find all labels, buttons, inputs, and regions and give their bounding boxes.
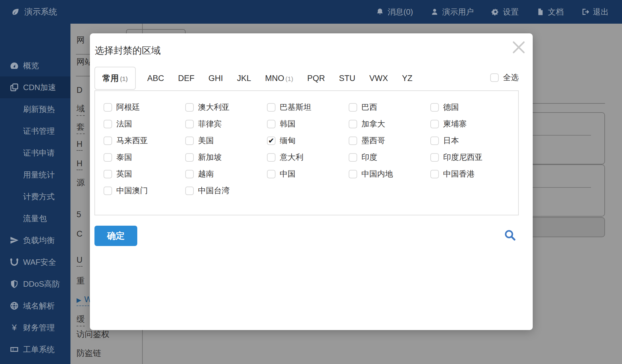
tab-ABC[interactable]: ABC — [147, 74, 164, 83]
region-option-墨西哥[interactable]: 墨西哥 — [349, 132, 430, 149]
sidebar-item-证书申请[interactable]: 证书申请 — [0, 142, 70, 164]
sidebar-item-计费方式[interactable]: 计费方式 — [0, 186, 70, 207]
letter-tabs: 常用(1)ABCDEFGHIJKLMNO(1)PQRSTUVWXYZ — [94, 67, 528, 90]
region-label: 英国 — [116, 169, 132, 179]
region-checkbox[interactable] — [104, 103, 112, 112]
region-option-中国[interactable]: 中国 — [267, 166, 349, 182]
region-checkbox[interactable] — [104, 170, 112, 178]
ticket-icon — [10, 345, 19, 354]
sidebar-item-WAF安全[interactable]: WAF安全 — [0, 251, 70, 273]
topbar-item-messages[interactable]: 消息(0) — [376, 7, 413, 17]
region-checkbox[interactable] — [104, 136, 112, 145]
tab-PQR[interactable]: PQR — [307, 74, 325, 83]
region-label: 印度尼西亚 — [443, 152, 483, 163]
tab-MNO[interactable]: MNO(1) — [265, 74, 293, 83]
sidebar-item-DDoS高防[interactable]: DDoS高防 — [0, 273, 70, 295]
region-checkbox[interactable] — [185, 120, 194, 128]
search-button[interactable] — [504, 229, 517, 242]
region-checkbox[interactable] — [104, 120, 112, 128]
sidebar-item-概览[interactable]: 概览 — [0, 55, 70, 76]
region-option-加拿大[interactable]: 加拿大 — [349, 116, 430, 132]
tab-DEF[interactable]: DEF — [178, 74, 194, 83]
region-label: 韩国 — [280, 119, 296, 129]
region-checkbox[interactable] — [185, 136, 194, 145]
region-checkbox[interactable] — [185, 170, 194, 178]
region-checkbox[interactable] — [349, 170, 357, 178]
region-option-韩国[interactable]: 韩国 — [267, 116, 349, 132]
close-button[interactable] — [509, 38, 528, 57]
tab-label: GHI — [208, 74, 223, 83]
sidebar-item-刷新预热[interactable]: 刷新预热 — [0, 98, 70, 120]
region-label: 马来西亚 — [116, 135, 148, 146]
topbar-item-profile[interactable]: 演示用户 — [431, 7, 474, 17]
select-all-toggle[interactable]: 全选 — [490, 72, 519, 83]
region-option-美国[interactable]: 美国 — [185, 132, 267, 149]
region-option-德国[interactable]: 德国 — [430, 99, 512, 116]
sidebar-item-财务管理[interactable]: ¥财务管理 — [0, 317, 70, 339]
region-option-柬埔寨[interactable]: 柬埔寨 — [430, 116, 512, 132]
region-checkbox[interactable] — [104, 187, 112, 195]
region-option-印度[interactable]: 印度 — [349, 149, 430, 166]
region-option-阿根廷[interactable]: 阿根廷 — [104, 99, 185, 116]
topbar-item-logout[interactable]: 退出 — [581, 7, 609, 17]
tab-VWX[interactable]: VWX — [369, 74, 388, 83]
region-checkbox[interactable] — [349, 120, 357, 128]
region-checkbox[interactable] — [430, 153, 439, 162]
tab-STU[interactable]: STU — [339, 74, 355, 83]
region-checkbox-checked[interactable] — [267, 136, 275, 145]
confirm-button[interactable]: 确定 — [94, 226, 137, 246]
region-option-菲律宾[interactable]: 菲律宾 — [185, 116, 267, 132]
region-checkbox[interactable] — [267, 170, 275, 178]
region-option-英国[interactable]: 英国 — [104, 166, 185, 182]
tab-count: (1) — [120, 75, 128, 82]
region-option-中国香港[interactable]: 中国香港 — [430, 166, 512, 182]
region-checkbox[interactable] — [185, 103, 194, 112]
region-checkbox[interactable] — [104, 153, 112, 162]
region-option-澳大利亚[interactable]: 澳大利亚 — [185, 99, 267, 116]
region-option-印度尼西亚[interactable]: 印度尼西亚 — [430, 149, 512, 166]
region-option-缅甸[interactable]: 缅甸 — [267, 132, 349, 149]
sidebar-item-域名解析[interactable]: 域名解析 — [0, 295, 70, 317]
region-option-新加坡[interactable]: 新加坡 — [185, 149, 267, 166]
region-option-意大利[interactable]: 意大利 — [267, 149, 349, 166]
sidebar-item-CDN加速[interactable]: CDN加速 — [0, 76, 70, 98]
region-option-越南[interactable]: 越南 — [185, 166, 267, 182]
tab-GHI[interactable]: GHI — [208, 74, 223, 83]
sidebar-item-用量统计[interactable]: 用量统计 — [0, 164, 70, 186]
region-checkbox[interactable] — [430, 103, 439, 112]
sidebar-item-负载均衡[interactable]: 负载均衡 — [0, 229, 70, 251]
region-checkbox[interactable] — [430, 170, 439, 178]
region-checkbox[interactable] — [349, 103, 357, 112]
tab-JKL[interactable]: JKL — [237, 74, 251, 83]
sidebar-item-流量包[interactable]: 流量包 — [0, 207, 70, 229]
region-option-中国澳门[interactable]: 中国澳门 — [104, 182, 185, 199]
tab-count: (1) — [285, 75, 293, 82]
region-checkbox[interactable] — [349, 153, 357, 162]
app-logo[interactable]: 演示系统 — [11, 6, 57, 17]
region-checkbox[interactable] — [267, 153, 275, 162]
region-option-巴基斯坦[interactable]: 巴基斯坦 — [267, 99, 349, 116]
region-checkbox[interactable] — [430, 136, 439, 145]
region-checkbox[interactable] — [349, 136, 357, 145]
region-option-中国台湾[interactable]: 中国台湾 — [185, 182, 267, 199]
region-checkbox[interactable] — [430, 120, 439, 128]
topbar-item-settings[interactable]: 设置 — [491, 7, 519, 17]
magnet-icon — [10, 258, 19, 267]
sidebar-item-访问控制[interactable]: 访问控制 — [0, 360, 70, 364]
region-checkbox[interactable] — [185, 187, 194, 195]
topbar-item-docs[interactable]: 文档 — [536, 7, 564, 17]
region-checkbox[interactable] — [267, 120, 275, 128]
sidebar-item-工单系统[interactable]: 工单系统 — [0, 339, 70, 360]
tab-常用[interactable]: 常用(1) — [94, 67, 136, 90]
region-option-中国内地[interactable]: 中国内地 — [349, 166, 430, 182]
region-option-法国[interactable]: 法国 — [104, 116, 185, 132]
region-option-泰国[interactable]: 泰国 — [104, 149, 185, 166]
region-checkbox[interactable] — [185, 153, 194, 162]
region-option-巴西[interactable]: 巴西 — [349, 99, 430, 116]
sidebar-item-证书管理[interactable]: 证书管理 — [0, 120, 70, 142]
tab-YZ[interactable]: YZ — [402, 74, 412, 83]
region-option-日本[interactable]: 日本 — [430, 132, 512, 149]
select-all-checkbox[interactable] — [490, 73, 499, 82]
region-checkbox[interactable] — [267, 103, 275, 112]
region-option-马来西亚[interactable]: 马来西亚 — [104, 132, 185, 149]
